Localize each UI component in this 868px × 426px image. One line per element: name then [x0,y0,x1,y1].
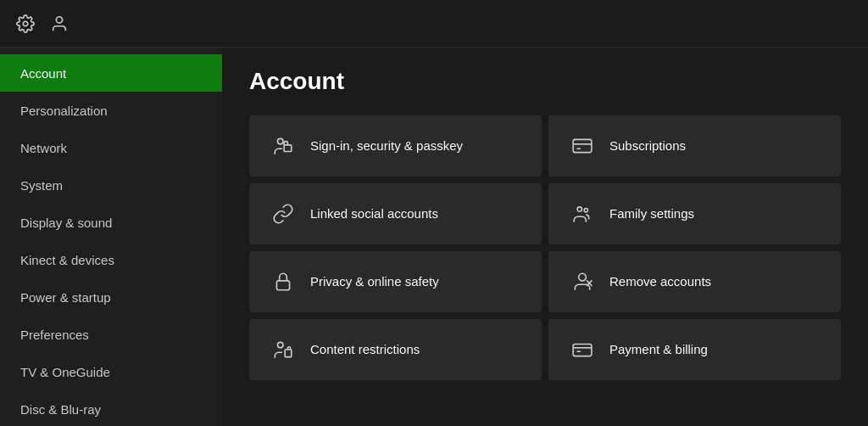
sidebar-item-personalization[interactable]: Personalization [0,92,222,129]
tile-sign-in-security[interactable]: Sign-in, security & passkey [249,115,542,177]
tile-subscriptions[interactable]: Subscriptions [548,115,841,177]
card-icon [569,336,596,363]
sidebar: Account Personalization Network System D… [0,48,222,426]
svg-point-11 [278,342,284,348]
svg-point-0 [23,21,28,26]
tile-label-remove-accounts: Remove accounts [609,273,711,290]
svg-point-8 [579,273,587,281]
tile-label-content-restrictions: Content restrictions [310,341,420,358]
sidebar-item-system[interactable]: System [0,166,222,204]
remove-user-icon [569,268,596,295]
svg-point-6 [584,209,587,212]
content-restrict-icon [270,336,297,363]
tile-payment-billing[interactable]: Payment & billing [548,319,841,380]
tile-label-family-settings: Family settings [609,205,694,222]
subscriptions-icon [569,132,596,160]
tile-family-settings[interactable]: Family settings [548,183,841,244]
page-title: Account [249,68,841,95]
sidebar-item-kinect-devices[interactable]: Kinect & devices [0,241,222,278]
sidebar-item-display-sound[interactable]: Display & sound [0,204,222,241]
svg-rect-4 [573,139,592,152]
tile-privacy-safety[interactable]: Privacy & online safety [249,251,542,312]
svg-point-2 [278,138,284,144]
link-icon [270,200,297,227]
main-layout: Account Personalization Network System D… [0,48,868,426]
content-area: Account Sign-in, security & passkey [222,48,868,426]
tiles-grid: Sign-in, security & passkey Subscription… [249,115,841,380]
user-icon[interactable] [47,12,71,36]
tile-content-restrictions[interactable]: Content restrictions [249,319,542,380]
settings-icon[interactable] [14,12,37,36]
svg-point-5 [577,207,581,211]
family-icon [569,200,596,227]
sidebar-item-preferences[interactable]: Preferences [0,316,222,353]
tile-label-privacy-safety: Privacy & online safety [310,273,439,290]
sidebar-item-network[interactable]: Network [0,129,222,166]
tile-label-sign-in: Sign-in, security & passkey [310,137,463,154]
tile-linked-social[interactable]: Linked social accounts [249,183,542,244]
lock-icon [270,268,297,295]
tile-remove-accounts[interactable]: Remove accounts [548,251,841,312]
svg-rect-3 [284,145,292,152]
tile-label-linked-social: Linked social accounts [310,205,438,222]
svg-rect-12 [285,350,292,357]
tile-label-subscriptions: Subscriptions [609,137,686,154]
svg-point-1 [56,16,62,22]
tile-label-payment-billing: Payment & billing [609,341,708,358]
sidebar-item-disc-bluray[interactable]: Disc & Blu-ray [0,390,222,426]
svg-rect-7 [276,281,289,290]
sidebar-item-account[interactable]: Account [0,54,222,92]
top-bar [0,0,868,48]
lock-person-icon [270,132,297,160]
svg-rect-13 [573,345,592,356]
sidebar-item-power-startup[interactable]: Power & startup [0,278,222,316]
sidebar-item-tv-oneguide[interactable]: TV & OneGuide [0,353,222,390]
